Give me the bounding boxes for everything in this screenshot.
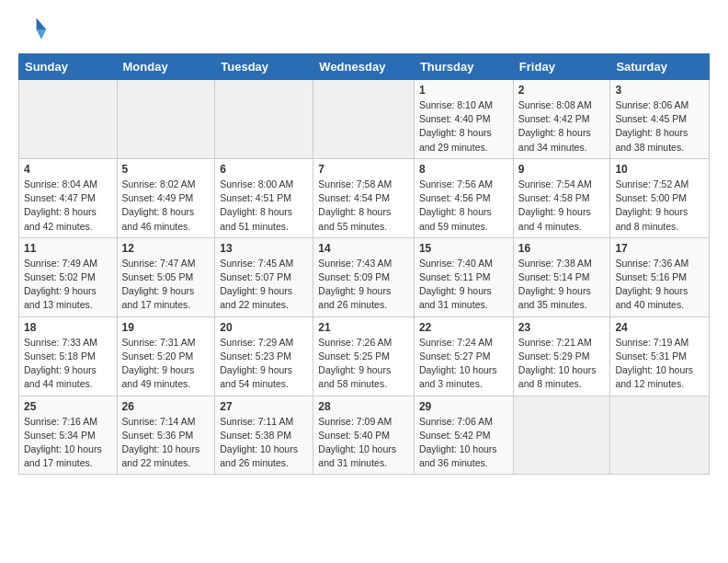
- weekday-saturday: Saturday: [610, 54, 710, 80]
- day-cell: 17Sunrise: 7:36 AMSunset: 5:16 PMDayligh…: [610, 237, 710, 316]
- header: [18, 15, 710, 44]
- day-cell: 8Sunrise: 7:56 AMSunset: 4:56 PMDaylight…: [414, 158, 513, 237]
- week-row-1: 1Sunrise: 8:10 AMSunset: 4:40 PMDaylight…: [19, 80, 710, 159]
- day-info: Sunrise: 7:40 AMSunset: 5:11 PMDaylight:…: [419, 257, 508, 313]
- day-number: 25: [24, 400, 112, 413]
- svg-marker-0: [37, 18, 47, 29]
- weekday-sunday: Sunday: [19, 54, 118, 80]
- day-cell: 28Sunrise: 7:09 AMSunset: 5:40 PMDayligh…: [313, 396, 415, 475]
- day-cell: 26Sunrise: 7:14 AMSunset: 5:36 PMDayligh…: [117, 396, 215, 475]
- day-number: 29: [419, 400, 508, 413]
- day-number: 7: [318, 163, 409, 176]
- day-cell: 15Sunrise: 7:40 AMSunset: 5:11 PMDayligh…: [414, 237, 513, 316]
- day-info: Sunrise: 8:08 AMSunset: 4:42 PMDaylight:…: [518, 98, 606, 155]
- day-number: 20: [220, 321, 308, 334]
- day-cell: 2Sunrise: 8:08 AMSunset: 4:42 PMDaylight…: [513, 80, 610, 159]
- weekday-wednesday: Wednesday: [313, 54, 415, 80]
- day-number: 8: [419, 163, 508, 176]
- day-cell: 13Sunrise: 7:45 AMSunset: 5:07 PMDayligh…: [215, 237, 313, 316]
- day-number: 11: [24, 242, 112, 255]
- day-number: 16: [518, 242, 606, 255]
- day-cell: [215, 80, 313, 159]
- logo: [18, 15, 51, 44]
- day-cell: 29Sunrise: 7:06 AMSunset: 5:42 PMDayligh…: [414, 396, 513, 475]
- day-number: 4: [24, 163, 112, 176]
- day-number: 13: [220, 242, 308, 255]
- day-cell: 19Sunrise: 7:31 AMSunset: 5:20 PMDayligh…: [117, 316, 215, 396]
- day-number: 14: [318, 242, 409, 255]
- day-info: Sunrise: 7:56 AMSunset: 4:56 PMDaylight:…: [419, 178, 508, 234]
- weekday-tuesday: Tuesday: [215, 54, 313, 80]
- day-info: Sunrise: 7:24 AMSunset: 5:27 PMDaylight:…: [419, 336, 508, 392]
- day-cell: [117, 80, 215, 159]
- day-cell: 24Sunrise: 7:19 AMSunset: 5:31 PMDayligh…: [610, 316, 710, 396]
- calendar-table: SundayMondayTuesdayWednesdayThursdayFrid…: [18, 53, 710, 475]
- day-info: Sunrise: 7:54 AMSunset: 4:58 PMDaylight:…: [518, 178, 606, 234]
- day-info: Sunrise: 8:02 AMSunset: 4:49 PMDaylight:…: [122, 178, 210, 234]
- day-number: 10: [615, 163, 704, 176]
- day-cell: 22Sunrise: 7:24 AMSunset: 5:27 PMDayligh…: [414, 316, 513, 396]
- day-cell: 11Sunrise: 7:49 AMSunset: 5:02 PMDayligh…: [19, 237, 118, 316]
- svg-marker-1: [37, 29, 47, 40]
- day-number: 27: [220, 400, 308, 413]
- day-number: 9: [518, 163, 606, 176]
- week-row-4: 18Sunrise: 7:33 AMSunset: 5:18 PMDayligh…: [19, 316, 710, 396]
- day-number: 2: [518, 84, 606, 97]
- day-cell: 14Sunrise: 7:43 AMSunset: 5:09 PMDayligh…: [313, 237, 415, 316]
- day-cell: 7Sunrise: 7:58 AMSunset: 4:54 PMDaylight…: [313, 158, 415, 237]
- day-number: 17: [615, 242, 704, 255]
- day-info: Sunrise: 7:06 AMSunset: 5:42 PMDaylight:…: [419, 415, 508, 471]
- day-info: Sunrise: 7:11 AMSunset: 5:38 PMDaylight:…: [220, 415, 308, 471]
- day-cell: 25Sunrise: 7:16 AMSunset: 5:34 PMDayligh…: [19, 396, 118, 475]
- day-info: Sunrise: 7:26 AMSunset: 5:25 PMDaylight:…: [318, 336, 409, 392]
- day-info: Sunrise: 7:36 AMSunset: 5:16 PMDaylight:…: [615, 257, 704, 313]
- day-info: Sunrise: 7:49 AMSunset: 5:02 PMDaylight:…: [24, 257, 112, 313]
- day-cell: 6Sunrise: 8:00 AMSunset: 4:51 PMDaylight…: [215, 158, 313, 237]
- day-info: Sunrise: 7:29 AMSunset: 5:23 PMDaylight:…: [220, 336, 308, 392]
- logo-icon: [18, 15, 48, 44]
- day-info: Sunrise: 7:38 AMSunset: 5:14 PMDaylight:…: [518, 257, 606, 313]
- day-info: Sunrise: 7:09 AMSunset: 5:40 PMDaylight:…: [318, 415, 409, 471]
- day-cell: 3Sunrise: 8:06 AMSunset: 4:45 PMDaylight…: [610, 80, 710, 159]
- day-number: 1: [419, 84, 508, 97]
- day-info: Sunrise: 7:52 AMSunset: 5:00 PMDaylight:…: [615, 178, 704, 234]
- week-row-3: 11Sunrise: 7:49 AMSunset: 5:02 PMDayligh…: [19, 237, 710, 316]
- day-info: Sunrise: 8:06 AMSunset: 4:45 PMDaylight:…: [615, 98, 704, 155]
- day-number: 15: [419, 242, 508, 255]
- day-cell: 23Sunrise: 7:21 AMSunset: 5:29 PMDayligh…: [513, 316, 610, 396]
- day-cell: 18Sunrise: 7:33 AMSunset: 5:18 PMDayligh…: [19, 316, 118, 396]
- weekday-header-row: SundayMondayTuesdayWednesdayThursdayFrid…: [19, 54, 710, 80]
- day-info: Sunrise: 8:00 AMSunset: 4:51 PMDaylight:…: [220, 178, 308, 234]
- day-number: 19: [122, 321, 210, 334]
- day-number: 28: [318, 400, 409, 413]
- weekday-thursday: Thursday: [414, 54, 513, 80]
- day-number: 22: [419, 321, 508, 334]
- day-cell: [313, 80, 415, 159]
- page: SundayMondayTuesdayWednesdayThursdayFrid…: [0, 0, 728, 484]
- day-info: Sunrise: 7:31 AMSunset: 5:20 PMDaylight:…: [122, 336, 210, 392]
- day-cell: 20Sunrise: 7:29 AMSunset: 5:23 PMDayligh…: [215, 316, 313, 396]
- weekday-friday: Friday: [513, 54, 610, 80]
- day-info: Sunrise: 7:45 AMSunset: 5:07 PMDaylight:…: [220, 257, 308, 313]
- day-cell: 12Sunrise: 7:47 AMSunset: 5:05 PMDayligh…: [117, 237, 215, 316]
- day-info: Sunrise: 7:58 AMSunset: 4:54 PMDaylight:…: [318, 178, 409, 234]
- day-info: Sunrise: 7:19 AMSunset: 5:31 PMDaylight:…: [615, 336, 704, 392]
- day-cell: [610, 396, 710, 475]
- day-number: 26: [122, 400, 210, 413]
- day-cell: [19, 80, 118, 159]
- day-info: Sunrise: 7:21 AMSunset: 5:29 PMDaylight:…: [518, 336, 606, 392]
- day-number: 23: [518, 321, 606, 334]
- day-info: Sunrise: 7:47 AMSunset: 5:05 PMDaylight:…: [122, 257, 210, 313]
- day-cell: 9Sunrise: 7:54 AMSunset: 4:58 PMDaylight…: [513, 158, 610, 237]
- day-number: 3: [615, 84, 704, 97]
- day-cell: 10Sunrise: 7:52 AMSunset: 5:00 PMDayligh…: [610, 158, 710, 237]
- day-cell: 5Sunrise: 8:02 AMSunset: 4:49 PMDaylight…: [117, 158, 215, 237]
- day-cell: 27Sunrise: 7:11 AMSunset: 5:38 PMDayligh…: [215, 396, 313, 475]
- day-number: 21: [318, 321, 409, 334]
- day-info: Sunrise: 7:16 AMSunset: 5:34 PMDaylight:…: [24, 415, 112, 471]
- day-number: 5: [122, 163, 210, 176]
- day-info: Sunrise: 7:43 AMSunset: 5:09 PMDaylight:…: [318, 257, 409, 313]
- day-number: 18: [24, 321, 112, 334]
- day-info: Sunrise: 8:10 AMSunset: 4:40 PMDaylight:…: [419, 98, 508, 155]
- day-cell: [513, 396, 610, 475]
